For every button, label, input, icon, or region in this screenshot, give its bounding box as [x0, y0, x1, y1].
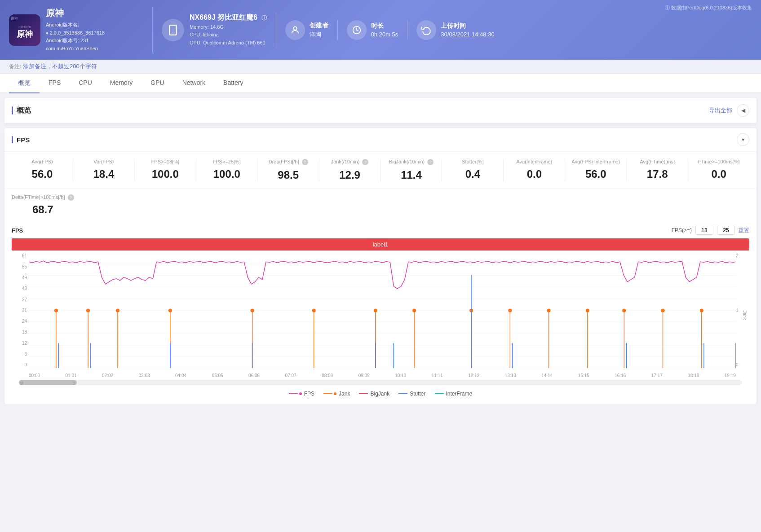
chart-legend: FPS Jank BigJank Stutter InterFrame	[12, 387, 749, 397]
fps-chart: 61 55 49 43 37 31 24 18 12 6 0 2 1 0 Jan…	[12, 252, 749, 378]
perfdog-note: ① 数据由PerfDog(6.0.210836)版本收集	[665, 4, 752, 11]
svg-point-41	[586, 309, 589, 312]
fps-section: FPS ▾ Avg(FPS) 56.0 Var(FPS) 18.4 FPS>=1…	[4, 128, 757, 404]
creator-content: 创建者 泽陶	[310, 22, 328, 39]
device-text: NX669J 努比亚红魔6 ⓘ Memory: 14.8G CPU: lahai…	[190, 13, 267, 47]
duration-stat: 时长 0h 20m 5s	[347, 20, 408, 40]
stat-ftime-100ms: FTime>=100ms[%] 0.0	[688, 159, 749, 181]
stat-avg-fps-interframe: Avg(FPS+InterFrame) 56.0	[565, 159, 627, 181]
threshold2-input[interactable]	[717, 226, 735, 235]
legend-stutter: Stutter	[398, 391, 425, 397]
tab-fps[interactable]: FPS	[40, 74, 70, 93]
drop-fps-info-icon[interactable]: ?	[302, 159, 308, 165]
stat-fps-25: FPS>=25[%] 100.0	[196, 159, 258, 181]
fps-section-header: FPS ▾	[4, 128, 757, 152]
tab-cpu[interactable]: CPU	[70, 74, 101, 93]
app-info-section: miHoYo 原神 原神 Android版本名: ♦ 2.0.0_3513686…	[9, 7, 153, 53]
remark-bar: 备注: 添加备注，不超过200个字符	[0, 60, 761, 74]
legend-jank: Jank	[323, 391, 350, 397]
svg-point-39	[547, 309, 551, 312]
upload-stat: 上传时间 30/08/2021 14:48:30	[416, 20, 503, 40]
export-button[interactable]: 导出全部	[709, 106, 732, 114]
fps-stats-grid-2: Delta(FTime)>100ms[/h] ? 68.7	[4, 189, 757, 221]
device-section: NX669J 努比亚红魔6 ⓘ Memory: 14.8G CPU: lahai…	[162, 13, 276, 47]
app-detail: Android版本名: ♦ 2.0.0_3513686_3617618 Andr…	[46, 21, 105, 53]
tab-network[interactable]: Network	[173, 74, 214, 93]
stat-avg-ftime: Avg(FTime)[ms] 17.8	[627, 159, 688, 181]
chart-label: FPS	[12, 227, 23, 234]
app-icon: miHoYo 原神	[9, 14, 40, 46]
remark-link[interactable]: 添加备注，不超过200个字符	[23, 63, 97, 70]
duration-icon	[347, 20, 367, 40]
svg-point-5	[293, 26, 296, 30]
chart-scrollbar[interactable]: ||| |||	[19, 380, 742, 385]
delta-ftime-info-icon[interactable]: ?	[68, 194, 74, 201]
device-name: NX669J 努比亚红魔6 ⓘ	[190, 13, 267, 22]
svg-point-37	[508, 309, 512, 312]
upload-content: 上传时间 30/08/2021 14:48:30	[441, 22, 494, 38]
svg-point-23	[116, 309, 119, 312]
app-header: miHoYo 原神 原神 Android版本名: ♦ 2.0.0_3513686…	[0, 0, 761, 60]
bigjank-info-icon[interactable]: ?	[427, 159, 434, 165]
svg-point-21	[86, 309, 90, 312]
legend-bigjank: BigJank	[359, 391, 389, 397]
nav-tabs: 概览 FPS CPU Memory GPU Network Battery	[0, 74, 761, 93]
jank-axis-label: Jank	[742, 311, 747, 320]
legend-fps: FPS	[289, 391, 314, 397]
svg-point-33	[412, 309, 416, 312]
fps-threshold-controls: FPS(>=) 重置	[672, 226, 749, 235]
stat-bigjank: BigJank(/10min) ? 11.4	[381, 159, 442, 181]
chart-label-bar: label1	[12, 238, 749, 251]
duration-content: 时长 0h 20m 5s	[371, 22, 398, 38]
stat-drop-fps: Drop(FPS)[/h] ? 98.5	[258, 159, 319, 181]
svg-point-27	[251, 309, 254, 312]
reset-button[interactable]: 重置	[739, 227, 749, 234]
collapse-overview-btn[interactable]: ◀	[737, 104, 749, 117]
tab-gpu[interactable]: GPU	[142, 74, 173, 93]
stat-fps-18: FPS>=18[%] 100.0	[135, 159, 196, 181]
scrollbar-thumb[interactable]: ||| |||	[19, 380, 77, 385]
remark-prefix: 备注:	[9, 63, 21, 70]
svg-point-29	[312, 309, 316, 312]
device-icon	[162, 19, 184, 41]
svg-point-25	[168, 309, 172, 312]
stat-var-fps: Var(FPS) 18.4	[73, 159, 135, 181]
y-axis-left: 61 55 49 43 37 31 24 18 12 6 0	[12, 252, 29, 368]
tab-battery[interactable]: Battery	[214, 74, 252, 93]
app-text: 原神 Android版本名: ♦ 2.0.0_3513686_3617618 A…	[46, 7, 105, 53]
svg-rect-3	[169, 25, 176, 35]
svg-point-19	[54, 309, 58, 312]
creator-stat: 创建者 泽陶	[285, 20, 338, 40]
svg-text:原神: 原神	[16, 30, 33, 39]
tab-overview[interactable]: 概览	[9, 74, 40, 93]
threshold1-input[interactable]	[695, 226, 713, 235]
svg-point-43	[622, 309, 626, 312]
svg-point-31	[374, 309, 377, 312]
fps-chart-svg	[29, 252, 736, 368]
stat-avg-fps: Avg(FPS) 56.0	[12, 159, 73, 181]
fps-stats-grid: Avg(FPS) 56.0 Var(FPS) 18.4 FPS>=18[%] 1…	[4, 152, 757, 189]
stat-stutter: Stutter[%] 0.4	[442, 159, 504, 181]
x-axis: 00:00 01:01 02:02 03:03 04:04 05:05 06:0…	[29, 373, 736, 378]
tab-memory[interactable]: Memory	[101, 74, 142, 93]
svg-point-47	[700, 309, 703, 312]
legend-interframe: InterFrame	[435, 391, 473, 397]
svg-point-45	[661, 309, 664, 312]
upload-icon	[416, 20, 436, 40]
creator-icon	[285, 20, 305, 40]
stat-jank: Jank(/10min) ? 12.9	[319, 159, 381, 181]
fps-title: FPS	[12, 136, 30, 144]
overview-section: 概览 导出全部 ◀	[4, 98, 757, 123]
collapse-fps-btn[interactable]: ▾	[737, 133, 749, 146]
device-specs: Memory: 14.8G CPU: lahaina GPU: Qualcomm…	[190, 23, 267, 47]
svg-text:miHoYo: miHoYo	[18, 25, 31, 29]
overview-section-header: 概览 导出全部 ◀	[4, 98, 757, 123]
chart-controls: FPS FPS(>=) 重置	[12, 226, 749, 235]
app-name: 原神	[46, 7, 105, 19]
jank-info-icon[interactable]: ?	[362, 159, 368, 165]
overview-title: 概览	[12, 106, 31, 115]
fps-chart-section: FPS FPS(>=) 重置 label1 61 55 49 43 37 31 …	[4, 221, 757, 404]
stat-avg-interframe: Avg(InterFrame) 0.0	[504, 159, 565, 181]
stat-delta-ftime: Delta(FTime)>100ms[/h] ? 68.7	[12, 194, 74, 216]
